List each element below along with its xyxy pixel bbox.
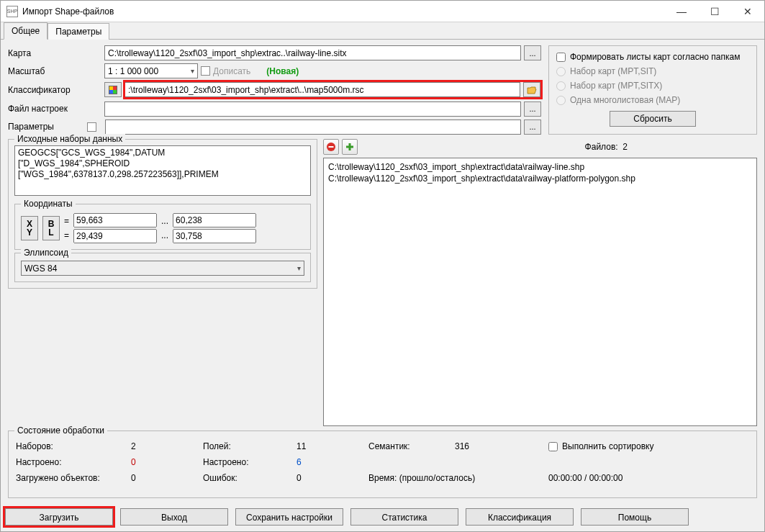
classifier-palette-button[interactable]: [104, 82, 122, 97]
xy-button[interactable]: XY: [21, 216, 38, 240]
source-datasets-legend: Исходные наборы данных: [14, 134, 125, 144]
save-settings-button[interactable]: Сохранить настройки: [235, 508, 343, 526]
reset-button[interactable]: Сбросить: [610, 111, 696, 127]
tab-params[interactable]: Параметры: [47, 23, 109, 40]
tab-body: Карта ... Масштаб 1 : 1 000 000 ▾ Дописа…: [1, 40, 764, 504]
tab-general[interactable]: Общее: [4, 22, 47, 40]
eq1: =: [64, 216, 69, 226]
time-label: Время: (прошло/осталось): [368, 473, 548, 483]
eq2: =: [64, 230, 69, 240]
status-grid: Наборов: 2 Полей: 11 Семантик: 316 Выпол…: [16, 441, 749, 483]
dots1: ...: [161, 216, 168, 226]
exit-button[interactable]: Выход: [120, 508, 228, 526]
map-label: Карта: [8, 48, 101, 58]
settings-file-browse-button[interactable]: ...: [524, 102, 541, 117]
map-input[interactable]: [104, 45, 521, 60]
chevron-down-icon: ▾: [297, 264, 301, 272]
scale-row: 1 : 1 000 000 ▾ Дописать (Новая): [104, 63, 541, 78]
settings-file-input[interactable]: [104, 102, 521, 117]
bottom-bar: Загрузить Выход Сохранить настройки Стат…: [1, 504, 764, 531]
form-sheets-row: Формировать листы карт согласно папкам: [556, 52, 749, 62]
scale-value: 1 : 1 000 000: [108, 66, 158, 76]
maximize-button[interactable]: ☐: [698, 1, 731, 22]
top-row: Карта ... Масштаб 1 : 1 000 000 ▾ Дописа…: [8, 45, 757, 135]
source-crs-text[interactable]: GEOGCS["GCS_WGS_1984",DATUM ["D_WGS_1984…: [14, 145, 311, 196]
chevron-down-icon: ▾: [191, 67, 194, 75]
sets-label: Наборов:: [16, 441, 131, 451]
files-column: Файлов: 2 C:\trolleway\1120_2sxf\03_impo…: [323, 139, 757, 426]
scale-label: Масштаб: [8, 66, 101, 76]
fields-value: 11: [297, 441, 368, 451]
append-label: Дописать: [213, 66, 250, 76]
tuned2-value: 6: [297, 457, 368, 467]
left-column: Исходные наборы данных GEOGCS["GCS_WGS_1…: [8, 139, 317, 426]
mapset-sitx-label: Набор карт (MPT,SITX): [570, 81, 662, 91]
append-checkbox[interactable]: [201, 66, 210, 76]
close-button[interactable]: ✕: [731, 1, 764, 22]
semantics-label: Семантик:: [368, 441, 455, 451]
coord-y2[interactable]: [173, 229, 256, 243]
file-count-value: 2: [623, 142, 628, 152]
remove-file-button[interactable]: [323, 139, 339, 155]
window: SHP Импорт Shape-файлов — ☐ ✕ Общее Пара…: [0, 0, 765, 532]
file-count-label: Файлов:: [585, 142, 618, 152]
time-value: 00:00:00 / 00:00:00: [548, 473, 700, 483]
semantics-value: 316: [455, 441, 548, 451]
file-list-item[interactable]: C:\trolleway\1120_2sxf\03_import_shp\ext…: [328, 173, 752, 184]
coord-y1[interactable]: [73, 229, 157, 243]
tuned2-label: Настроено:: [203, 457, 297, 467]
params-checkbox[interactable]: [87, 122, 96, 132]
coord-x1[interactable]: [73, 213, 157, 227]
remove-icon: [326, 142, 336, 152]
params-input[interactable]: [105, 120, 521, 135]
sort-label: Выполнить сортировку: [562, 441, 653, 451]
middle-row: Исходные наборы данных GEOGCS["GCS_WGS_1…: [8, 139, 757, 426]
mapset-sit-radio: [556, 67, 566, 76]
coord-x2[interactable]: [173, 213, 256, 227]
source-datasets-group: Исходные наборы данных GEOGCS["GCS_WGS_1…: [8, 139, 317, 289]
svg-rect-3: [346, 146, 353, 148]
scale-combo[interactable]: 1 : 1 000 000 ▾: [104, 63, 198, 78]
ellipsoid-combo[interactable]: WGS 84 ▾: [21, 261, 304, 276]
file-list[interactable]: C:\trolleway\1120_2sxf\03_import_shp\ext…: [323, 158, 757, 426]
mapset-sitx-radio: [556, 81, 566, 91]
fields-label: Полей:: [203, 441, 297, 451]
add-icon: [345, 142, 355, 152]
mapset-sit-label: Набор карт (MPT,SIT): [570, 66, 656, 76]
new-label: (Новая): [266, 66, 299, 76]
map-row: ...: [104, 45, 541, 60]
sort-checkbox[interactable]: [548, 442, 558, 451]
classifier-input[interactable]: [125, 82, 520, 97]
folder-open-icon: [527, 86, 537, 94]
minimize-button[interactable]: —: [665, 1, 698, 22]
mapset-map-label: Одна многолистовая (MAP): [570, 95, 680, 105]
ellipsoid-value: WGS 84: [24, 263, 57, 274]
tab-bar: Общее Параметры: [1, 22, 764, 40]
add-file-button[interactable]: [342, 139, 358, 155]
tuned-value: 0: [131, 457, 203, 467]
file-list-item[interactable]: C:\trolleway\1120_2sxf\03_import_shp\ext…: [328, 161, 752, 173]
help-button[interactable]: Помощь: [581, 508, 689, 526]
bl-button[interactable]: BL: [42, 216, 60, 240]
statistics-button[interactable]: Статистика: [350, 508, 458, 526]
mapset-map-radio: [556, 96, 566, 105]
form-sheets-checkbox[interactable]: [556, 53, 566, 62]
sets-value: 2: [131, 441, 203, 451]
window-buttons: — ☐ ✕: [665, 1, 764, 22]
load-button[interactable]: Загрузить: [5, 508, 113, 526]
loaded-value: 0: [131, 473, 203, 483]
fields-grid: Карта ... Масштаб 1 : 1 000 000 ▾ Дописа…: [8, 45, 541, 135]
palette-icon: [109, 86, 117, 94]
status-legend: Состояние обработки: [14, 425, 107, 436]
tuned-label: Настроено:: [16, 457, 131, 467]
ellipsoid-group: Эллипсоид WGS 84 ▾: [14, 253, 311, 282]
window-title: Импорт Shape-файлов: [22, 6, 665, 17]
classification-button[interactable]: Классификация: [466, 508, 574, 526]
params-browse-button[interactable]: ...: [524, 120, 541, 135]
right-panel: Формировать листы карт согласно папкам Н…: [548, 45, 757, 135]
status-group: Состояние обработки Наборов: 2 Полей: 11…: [8, 430, 757, 498]
ellipsoid-legend: Эллипсоид: [21, 248, 71, 258]
map-browse-button[interactable]: ...: [524, 45, 541, 60]
dots2: ...: [161, 230, 168, 240]
classifier-browse-button[interactable]: [523, 82, 540, 97]
